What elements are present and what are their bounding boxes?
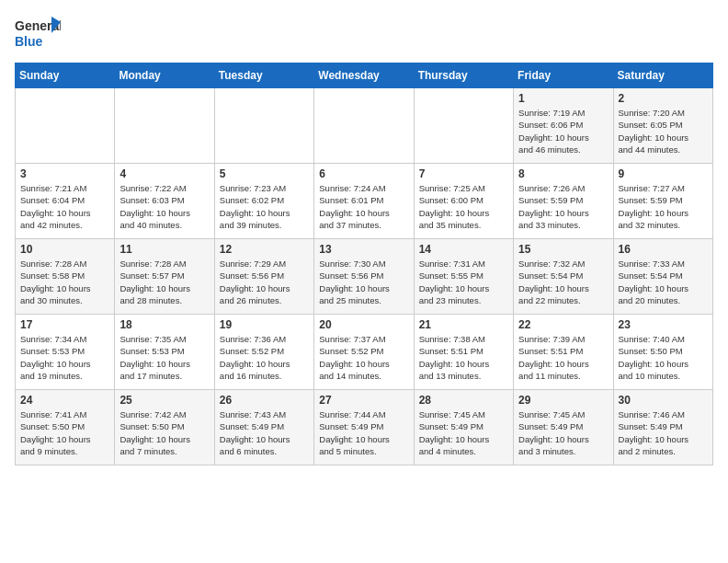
calendar-cell: 23Sunrise: 7:40 AM Sunset: 5:50 PM Dayli… xyxy=(613,315,712,390)
day-number: 17 xyxy=(20,318,109,331)
calendar-cell: 24Sunrise: 7:41 AM Sunset: 5:50 PM Dayli… xyxy=(16,390,115,465)
day-info: Sunrise: 7:39 AM Sunset: 5:51 PM Dayligh… xyxy=(518,333,608,382)
day-number: 3 xyxy=(20,167,109,180)
day-info: Sunrise: 7:28 AM Sunset: 5:58 PM Dayligh… xyxy=(20,258,109,306)
calendar-cell: 17Sunrise: 7:34 AM Sunset: 5:53 PM Dayli… xyxy=(16,315,115,390)
calendar-cell: 11Sunrise: 7:28 AM Sunset: 5:57 PM Dayli… xyxy=(115,239,214,315)
calendar-week-row: 10Sunrise: 7:28 AM Sunset: 5:58 PM Dayli… xyxy=(16,239,713,315)
day-info: Sunrise: 7:24 AM Sunset: 6:01 PM Dayligh… xyxy=(319,182,408,231)
day-number: 27 xyxy=(319,394,408,407)
day-info: Sunrise: 7:45 AM Sunset: 5:49 PM Dayligh… xyxy=(419,408,508,457)
day-info: Sunrise: 7:28 AM Sunset: 5:57 PM Dayligh… xyxy=(119,258,209,306)
day-number: 15 xyxy=(518,243,608,256)
day-info: Sunrise: 7:33 AM Sunset: 5:54 PM Dayligh… xyxy=(619,258,708,306)
day-info: Sunrise: 7:42 AM Sunset: 5:50 PM Dayligh… xyxy=(119,408,209,457)
day-info: Sunrise: 7:32 AM Sunset: 5:54 PM Dayligh… xyxy=(518,258,608,306)
day-number: 29 xyxy=(518,394,608,407)
calendar-cell: 14Sunrise: 7:31 AM Sunset: 5:55 PM Dayli… xyxy=(414,239,513,315)
calendar-cell: 8Sunrise: 7:26 AM Sunset: 5:59 PM Daylig… xyxy=(514,164,613,239)
day-number: 21 xyxy=(419,318,508,331)
page-header: GeneralBlue xyxy=(15,15,713,52)
calendar-cell: 20Sunrise: 7:37 AM Sunset: 5:52 PM Dayli… xyxy=(314,315,414,390)
day-info: Sunrise: 7:46 AM Sunset: 5:49 PM Dayligh… xyxy=(619,408,708,457)
svg-text:Blue: Blue xyxy=(15,34,43,49)
weekday-header-tuesday: Tuesday xyxy=(214,63,313,88)
calendar-cell: 2Sunrise: 7:20 AM Sunset: 6:05 PM Daylig… xyxy=(613,88,712,164)
day-number: 13 xyxy=(319,243,408,256)
calendar-table: SundayMondayTuesdayWednesdayThursdayFrid… xyxy=(15,63,713,465)
calendar-cell xyxy=(314,88,414,164)
calendar-cell xyxy=(16,88,115,164)
day-number: 19 xyxy=(220,318,309,331)
calendar-week-row: 3Sunrise: 7:21 AM Sunset: 6:04 PM Daylig… xyxy=(16,164,713,239)
calendar-cell: 13Sunrise: 7:30 AM Sunset: 5:56 PM Dayli… xyxy=(314,239,414,315)
day-number: 22 xyxy=(518,318,608,331)
day-info: Sunrise: 7:22 AM Sunset: 6:03 PM Dayligh… xyxy=(119,182,209,231)
calendar-cell: 22Sunrise: 7:39 AM Sunset: 5:51 PM Dayli… xyxy=(514,315,613,390)
calendar-cell: 29Sunrise: 7:45 AM Sunset: 5:49 PM Dayli… xyxy=(514,390,613,465)
day-info: Sunrise: 7:25 AM Sunset: 6:00 PM Dayligh… xyxy=(419,182,508,231)
day-number: 9 xyxy=(619,167,708,180)
calendar-cell: 4Sunrise: 7:22 AM Sunset: 6:03 PM Daylig… xyxy=(115,164,214,239)
weekday-header-thursday: Thursday xyxy=(414,63,513,88)
calendar-cell: 15Sunrise: 7:32 AM Sunset: 5:54 PM Dayli… xyxy=(514,239,613,315)
day-info: Sunrise: 7:45 AM Sunset: 5:49 PM Dayligh… xyxy=(518,408,608,457)
day-number: 20 xyxy=(319,318,408,331)
weekday-header-friday: Friday xyxy=(514,63,613,88)
calendar-week-row: 24Sunrise: 7:41 AM Sunset: 5:50 PM Dayli… xyxy=(16,390,713,465)
calendar-cell: 30Sunrise: 7:46 AM Sunset: 5:49 PM Dayli… xyxy=(613,390,712,465)
day-number: 4 xyxy=(119,167,209,180)
day-number: 26 xyxy=(220,394,309,407)
calendar-cell: 9Sunrise: 7:27 AM Sunset: 5:59 PM Daylig… xyxy=(613,164,712,239)
calendar-cell: 10Sunrise: 7:28 AM Sunset: 5:58 PM Dayli… xyxy=(16,239,115,315)
weekday-header-row: SundayMondayTuesdayWednesdayThursdayFrid… xyxy=(16,63,713,88)
calendar-cell: 3Sunrise: 7:21 AM Sunset: 6:04 PM Daylig… xyxy=(16,164,115,239)
day-info: Sunrise: 7:34 AM Sunset: 5:53 PM Dayligh… xyxy=(20,333,109,382)
calendar-cell: 18Sunrise: 7:35 AM Sunset: 5:53 PM Dayli… xyxy=(115,315,214,390)
calendar-cell: 16Sunrise: 7:33 AM Sunset: 5:54 PM Dayli… xyxy=(613,239,712,315)
day-info: Sunrise: 7:35 AM Sunset: 5:53 PM Dayligh… xyxy=(119,333,209,382)
day-number: 10 xyxy=(20,243,109,256)
calendar-cell: 1Sunrise: 7:19 AM Sunset: 6:06 PM Daylig… xyxy=(514,88,613,164)
day-number: 18 xyxy=(119,318,209,331)
weekday-header-sunday: Sunday xyxy=(16,63,115,88)
day-number: 16 xyxy=(619,243,708,256)
day-info: Sunrise: 7:44 AM Sunset: 5:49 PM Dayligh… xyxy=(319,408,408,457)
calendar-cell: 12Sunrise: 7:29 AM Sunset: 5:56 PM Dayli… xyxy=(214,239,313,315)
day-number: 11 xyxy=(119,243,209,256)
calendar-cell: 6Sunrise: 7:24 AM Sunset: 6:01 PM Daylig… xyxy=(314,164,414,239)
day-number: 7 xyxy=(419,167,508,180)
calendar-cell: 26Sunrise: 7:43 AM Sunset: 5:49 PM Dayli… xyxy=(214,390,313,465)
day-number: 23 xyxy=(619,318,708,331)
calendar-cell: 19Sunrise: 7:36 AM Sunset: 5:52 PM Dayli… xyxy=(214,315,313,390)
day-info: Sunrise: 7:20 AM Sunset: 6:05 PM Dayligh… xyxy=(619,107,708,155)
calendar-cell: 7Sunrise: 7:25 AM Sunset: 6:00 PM Daylig… xyxy=(414,164,513,239)
calendar-cell: 5Sunrise: 7:23 AM Sunset: 6:02 PM Daylig… xyxy=(214,164,313,239)
logo: GeneralBlue xyxy=(15,15,61,52)
day-info: Sunrise: 7:40 AM Sunset: 5:50 PM Dayligh… xyxy=(619,333,708,382)
day-info: Sunrise: 7:26 AM Sunset: 5:59 PM Dayligh… xyxy=(518,182,608,231)
calendar-week-row: 17Sunrise: 7:34 AM Sunset: 5:53 PM Dayli… xyxy=(16,315,713,390)
day-number: 24 xyxy=(20,394,109,407)
day-info: Sunrise: 7:30 AM Sunset: 5:56 PM Dayligh… xyxy=(319,258,408,306)
day-number: 25 xyxy=(119,394,209,407)
day-info: Sunrise: 7:29 AM Sunset: 5:56 PM Dayligh… xyxy=(220,258,309,306)
day-info: Sunrise: 7:37 AM Sunset: 5:52 PM Dayligh… xyxy=(319,333,408,382)
calendar-cell xyxy=(214,88,313,164)
calendar-cell xyxy=(115,88,214,164)
calendar-cell xyxy=(414,88,513,164)
day-number: 8 xyxy=(518,167,608,180)
weekday-header-saturday: Saturday xyxy=(613,63,712,88)
day-number: 28 xyxy=(419,394,508,407)
day-info: Sunrise: 7:38 AM Sunset: 5:51 PM Dayligh… xyxy=(419,333,508,382)
calendar-cell: 21Sunrise: 7:38 AM Sunset: 5:51 PM Dayli… xyxy=(414,315,513,390)
day-number: 6 xyxy=(319,167,408,180)
day-number: 30 xyxy=(619,394,708,407)
weekday-header-wednesday: Wednesday xyxy=(314,63,414,88)
day-info: Sunrise: 7:21 AM Sunset: 6:04 PM Dayligh… xyxy=(20,182,109,231)
weekday-header-monday: Monday xyxy=(115,63,214,88)
day-number: 2 xyxy=(619,92,708,105)
day-number: 5 xyxy=(220,167,309,180)
day-number: 12 xyxy=(220,243,309,256)
day-info: Sunrise: 7:36 AM Sunset: 5:52 PM Dayligh… xyxy=(220,333,309,382)
